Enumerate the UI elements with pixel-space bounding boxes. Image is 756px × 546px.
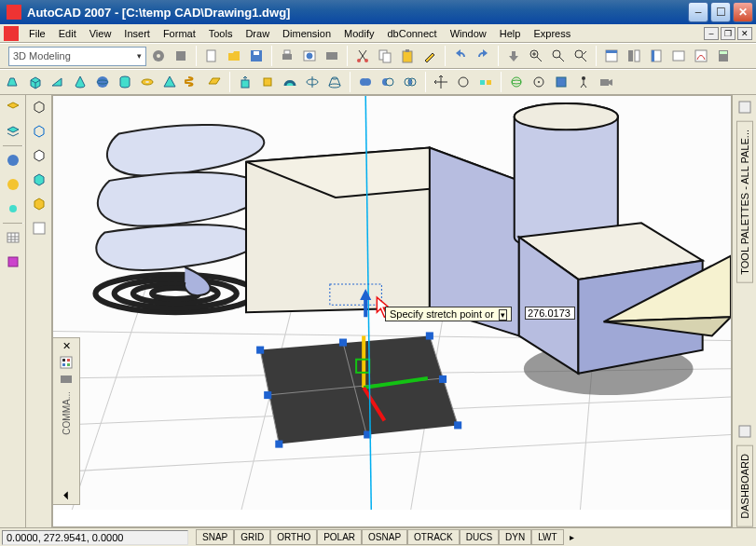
3d-move-icon[interactable] <box>431 72 451 92</box>
loft-icon[interactable] <box>324 72 345 92</box>
osnap-toggle[interactable]: OSNAP <box>362 529 407 545</box>
tool-palettes-tab[interactable]: TOOL PALETTES - ALL PALE... <box>736 121 753 283</box>
menu-help[interactable]: Help <box>493 26 528 41</box>
ortho-toggle[interactable]: ORTHO <box>270 529 317 545</box>
render-icon[interactable] <box>3 150 23 171</box>
doc-minimize-button[interactable]: – <box>704 27 719 40</box>
zoom-realtime-icon[interactable] <box>526 46 546 66</box>
coordinate-display[interactable]: 0.0000, 272.9541, 0.0000 <box>2 530 188 545</box>
menu-format[interactable]: Format <box>157 26 202 41</box>
vs-3dwireframe-icon[interactable] <box>29 121 49 142</box>
snap-toggle[interactable]: SNAP <box>196 529 234 545</box>
menu-window[interactable]: Window <box>444 26 493 41</box>
save-icon[interactable] <box>246 46 267 66</box>
markup-icon[interactable] <box>691 46 711 66</box>
otrack-toggle[interactable]: OTRACK <box>407 529 460 545</box>
calculator-icon[interactable] <box>713 46 734 66</box>
zoom-previous-icon[interactable] <box>570 46 591 66</box>
workspace-settings-icon[interactable] <box>148 46 169 66</box>
vs-2dwireframe-icon[interactable] <box>29 97 49 117</box>
menu-express[interactable]: Express <box>527 26 577 41</box>
plot-preview-icon[interactable] <box>299 46 320 66</box>
menu-tools[interactable]: Tools <box>202 26 240 41</box>
match-properties-icon[interactable] <box>419 46 440 66</box>
vs-conceptual-icon[interactable] <box>29 194 49 214</box>
grid-toggle[interactable]: GRID <box>234 529 270 545</box>
menu-file[interactable]: File <box>22 26 52 41</box>
drawing-canvas[interactable]: Specify stretch point or ▾ <box>52 95 732 527</box>
cut-icon[interactable] <box>352 46 373 66</box>
command-options-icon[interactable] <box>58 354 75 371</box>
layer-properties-icon[interactable] <box>3 97 23 117</box>
planar-surface-icon[interactable] <box>204 72 225 92</box>
doc-close-button[interactable]: ✕ <box>737 27 752 40</box>
open-icon[interactable] <box>224 46 244 66</box>
walk-icon[interactable] <box>573 72 594 92</box>
cone-icon[interactable] <box>70 72 90 92</box>
maximize-button[interactable]: ☐ <box>710 2 731 22</box>
polar-toggle[interactable]: POLAR <box>317 529 362 545</box>
intersect-icon[interactable] <box>400 72 420 92</box>
ducs-toggle[interactable]: DUCS <box>460 529 499 545</box>
helix-icon[interactable] <box>182 72 202 92</box>
doc-restore-button[interactable]: ❐ <box>721 27 735 40</box>
minimize-button[interactable]: – <box>688 2 708 22</box>
workspace-dropdown[interactable]: 3D Modeling ▾ <box>8 47 146 66</box>
menu-draw[interactable]: Draw <box>239 26 276 41</box>
box-icon[interactable] <box>25 72 46 92</box>
status-more-icon[interactable]: ▸ <box>564 529 580 545</box>
designcenter-icon[interactable] <box>624 46 644 66</box>
properties-icon[interactable] <box>601 46 622 66</box>
3d-orbit-icon[interactable] <box>506 72 527 92</box>
publish-icon[interactable] <box>322 46 342 66</box>
command-dock-icon[interactable] <box>58 371 75 388</box>
lwt-toggle[interactable]: LWT <box>531 529 563 545</box>
dynamic-input[interactable] <box>525 307 575 320</box>
menu-view[interactable]: View <box>83 26 118 41</box>
dropdown-icon[interactable]: ▾ <box>499 309 507 321</box>
camera-icon[interactable] <box>596 72 616 92</box>
menu-modify[interactable]: Modify <box>337 26 380 41</box>
3d-rotate-icon[interactable] <box>453 72 474 92</box>
torus-icon[interactable] <box>137 72 158 92</box>
sweep-icon[interactable] <box>280 72 300 92</box>
3d-align-icon[interactable] <box>475 72 496 92</box>
dashboard-tab[interactable]: DASHBOARD <box>736 445 753 527</box>
presspull-icon[interactable] <box>257 72 278 92</box>
menu-insert[interactable]: Insert <box>117 26 157 41</box>
menu-dimension[interactable]: Dimension <box>276 26 337 41</box>
menu-dbconnect[interactable]: dbConnect <box>380 26 443 41</box>
sphere-icon[interactable] <box>92 72 113 92</box>
menu-edit[interactable]: Edit <box>52 26 83 41</box>
vs-hidden-icon[interactable] <box>29 145 49 166</box>
sheet-set-icon[interactable] <box>668 46 689 66</box>
visual-style-icon[interactable] <box>551 72 571 92</box>
pyramid-icon[interactable] <box>159 72 180 92</box>
cylinder-icon[interactable] <box>115 72 135 92</box>
dashboard-options-icon[interactable] <box>735 421 755 442</box>
orbit-constrained-icon[interactable] <box>529 72 549 92</box>
polysolid-icon[interactable] <box>3 72 23 92</box>
close-button[interactable]: ✕ <box>733 2 753 22</box>
palette-close-icon[interactable] <box>735 97 755 117</box>
light-icon[interactable] <box>3 198 23 219</box>
paste-icon[interactable] <box>397 46 418 66</box>
material-icon[interactable] <box>3 174 23 195</box>
pan-realtime-icon[interactable] <box>503 46 524 66</box>
layer-states-icon[interactable] <box>3 121 23 142</box>
table-style-icon[interactable] <box>3 227 23 248</box>
extrude-icon[interactable] <box>235 72 255 92</box>
new-icon[interactable] <box>201 46 222 66</box>
block-editor-icon[interactable] <box>3 252 23 272</box>
dyn-toggle[interactable]: DYN <box>499 529 531 545</box>
undo-icon[interactable] <box>450 46 471 66</box>
subtract-icon[interactable] <box>378 72 398 92</box>
vs-realistic-icon[interactable] <box>29 170 49 190</box>
command-line-panel[interactable]: ✕ COMMA... ⏴ <box>52 337 80 505</box>
tool-palettes-icon[interactable] <box>646 46 667 66</box>
wedge-icon[interactable] <box>48 72 68 92</box>
toolbar-lock-icon[interactable] <box>171 46 191 66</box>
redo-icon[interactable] <box>473 46 493 66</box>
copy-icon[interactable] <box>375 46 395 66</box>
revolve-icon[interactable] <box>302 72 323 92</box>
